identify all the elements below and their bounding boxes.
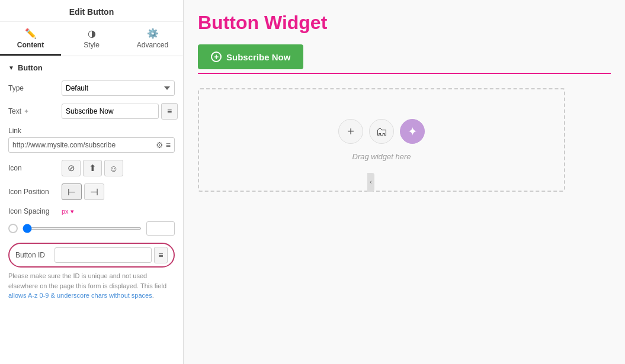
button-id-row: Button ID ≡ [8,243,175,268]
drop-zone[interactable]: + 🗂 ✦ Drag widget here [198,88,565,192]
tab-style-label: Style [84,41,100,49]
link-input[interactable] [12,141,153,149]
panel-title: Edit Button [0,0,183,22]
section-header: ▼ Button [8,63,175,72]
type-control: Default [62,80,175,96]
help-text-link[interactable]: allows A-z 0-9 & underscore chars withou… [8,292,152,299]
link-input-wrap: ⚙ ≡ [8,137,175,153]
collapse-handle[interactable]: ‹ [367,173,374,192]
right-panel: Button Widget + Subscribe Now + 🗂 ✦ Drag… [184,0,625,364]
icon-pos-left-btn[interactable]: ⊢ [62,183,82,200]
link-field-row: Link ⚙ ≡ [8,127,175,153]
icon-spacing-label: Icon Spacing [8,207,62,215]
icon-pos-right-btn[interactable]: ⊣ [84,183,104,200]
tabs-bar: ✏️ Content ◑ Style ⚙️ Advanced [0,22,183,56]
help-text: Please make sure the ID is unique and no… [8,271,175,301]
icon-buttons: ⊘ ⬆ ☺ [62,160,123,176]
link-label: Link [8,127,175,135]
plus-circle-icon: + [211,51,222,62]
section-label: Button [18,63,43,72]
icon-field-row: Icon ⊘ ⬆ ☺ [8,160,175,176]
text-input[interactable] [62,104,159,119]
type-select[interactable]: Default [62,80,175,96]
tab-content[interactable]: ✏️ Content [0,22,61,56]
drop-zone-actions: + 🗂 ✦ [338,119,425,144]
style-icon: ◑ [88,28,96,39]
text-field-row: Text ✦ ≡ [8,103,175,120]
subscribe-button-label: Subscribe Now [226,52,290,62]
tab-advanced-label: Advanced [137,41,168,49]
content-icon: ✏️ [25,28,37,39]
icon-upload-btn[interactable]: ⬆ [83,160,102,176]
slider-circle-icon [8,224,18,233]
drop-zone-label: Drag widget here [352,152,411,161]
icon-position-row: Icon Position ⊢ ⊣ [8,183,175,200]
text-dynamic-icon: ✦ [24,108,29,115]
left-panel: Edit Button ✏️ Content ◑ Style ⚙️ Advanc… [0,0,184,364]
dz-sparkle-btn[interactable]: ✦ [400,119,425,144]
button-id-list-btn[interactable]: ≡ [154,247,168,263]
button-id-input[interactable] [55,247,152,263]
link-list-icon[interactable]: ≡ [166,140,171,150]
pink-divider [198,73,611,74]
link-gear-icon[interactable]: ⚙ [156,140,164,150]
text-label: Text ✦ [8,107,62,115]
icon-position-label: Icon Position [8,188,62,196]
icon-spacing-control: px ▾ [62,208,175,215]
widget-title: Button Widget [198,12,611,34]
section-arrow-icon: ▼ [8,65,14,71]
panel-content: ▼ Button Type Default Text ✦ ≡ [0,56,183,364]
icon-spacing-row: Icon Spacing px ▾ [8,207,175,215]
tab-content-label: Content [17,41,44,49]
tab-advanced[interactable]: ⚙️ Advanced [122,22,183,56]
icon-spacing-slider-row [8,221,175,236]
dz-add-btn[interactable]: + [338,119,363,144]
advanced-icon: ⚙️ [147,28,159,39]
subscribe-button[interactable]: + Subscribe Now [198,44,303,69]
icon-control: ⊘ ⬆ ☺ [62,160,175,176]
dz-folder-btn[interactable]: 🗂 [369,119,394,144]
text-control: ≡ [62,103,178,120]
icon-label: Icon [8,164,62,172]
icon-smiley-btn[interactable]: ☺ [104,160,123,176]
button-id-label: Button ID [15,251,55,259]
type-label: Type [8,84,62,92]
icon-position-control: ⊢ ⊣ [62,183,175,200]
text-list-icon[interactable]: ≡ [161,103,178,120]
icon-spacing-slider[interactable] [23,227,142,230]
tab-style[interactable]: ◑ Style [61,22,122,56]
icon-spacing-unit[interactable]: px ▾ [62,208,74,215]
icon-none-btn[interactable]: ⊘ [62,160,81,176]
icon-spacing-number-input[interactable] [146,221,175,236]
type-field-row: Type Default [8,80,175,96]
